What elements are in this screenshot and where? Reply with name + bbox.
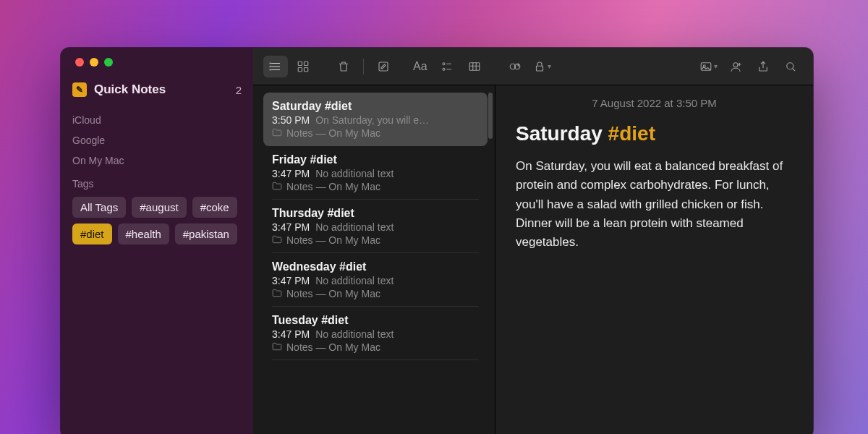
collaborate-button[interactable] [723,56,748,77]
sidebar-location-item[interactable]: Google [72,130,242,150]
svg-point-13 [443,68,445,70]
checklist-button[interactable] [435,56,459,77]
delete-button[interactable] [331,56,356,77]
tag-pill[interactable]: All Tags [72,197,126,218]
svg-point-5 [270,69,271,70]
note-item-subtitle: 3:47 PMNo additional text [272,275,479,286]
quick-notes-label: Quick Notes [94,82,166,97]
svg-rect-8 [298,67,302,71]
new-note-button[interactable] [371,56,396,77]
table-button[interactable] [462,56,487,77]
close-window-button[interactable] [75,58,84,67]
folder-icon [272,288,282,299]
search-button[interactable] [778,56,803,77]
quick-notes-row[interactable]: ✎ Quick Notes 2 [72,82,242,97]
svg-rect-6 [298,61,302,65]
media-button[interactable]: ▾ [696,56,720,77]
list-view-button[interactable] [263,56,288,77]
desktop-wallpaper: ✎ Quick Notes 2 iCloudGoogleOn My Mac Ta… [0,0,868,434]
svg-point-26 [733,62,738,67]
note-detail: 7 August 2022 at 3:50 PM Saturday #diet … [495,85,813,434]
svg-line-30 [793,68,795,70]
note-list-item[interactable]: Saturday #diet3:50 PMOn Saturday, you wi… [263,93,488,146]
chevron-down-icon: ▾ [548,62,551,70]
svg-point-29 [787,62,793,69]
note-item-title: Wednesday #diet [272,260,479,273]
note-item-location: Notes — On My Mac [272,181,479,192]
share-button[interactable] [751,56,775,77]
tag-pill[interactable]: #health [118,224,169,244]
main-area: Aa ▾ ▾ Saturday #diet3:50 PMOn Saturday,… [253,48,813,434]
svg-point-3 [270,63,271,64]
note-date: 7 August 2022 at 3:50 PM [516,97,793,109]
quick-notes-icon: ✎ [72,82,87,97]
note-body[interactable]: On Saturday, you will eat a balanced bre… [516,157,791,252]
tags-heading: Tags [72,178,242,190]
tag-pill[interactable]: #diet [72,224,112,244]
sidebar-location-item[interactable]: iCloud [72,110,242,130]
folder-icon [272,127,282,139]
svg-rect-9 [305,67,308,71]
fullscreen-window-button[interactable] [104,58,113,67]
note-item-title: Friday #diet [272,153,479,166]
grid-view-button[interactable] [291,56,315,77]
note-list-item[interactable]: Thursday #diet3:47 PMNo additional textN… [263,200,488,253]
svg-rect-7 [305,61,308,65]
scrollbar-thumb[interactable] [488,93,493,139]
note-list-item[interactable]: Wednesday #diet3:47 PMNo additional text… [263,253,488,307]
format-button[interactable]: Aa [409,56,432,77]
svg-rect-10 [379,62,388,71]
quick-notes-count: 2 [236,84,242,96]
svg-rect-15 [469,62,480,70]
toolbar-separator [363,59,364,75]
chevron-down-icon: ▾ [714,62,718,70]
window-controls [72,58,242,67]
note-list-item[interactable]: Tuesday #diet3:47 PMNo additional textNo… [263,307,488,360]
note-item-location: Notes — On My Mac [272,234,479,246]
notes-window: ✎ Quick Notes 2 iCloudGoogleOn My Mac Ta… [61,48,813,434]
note-item-subtitle: 3:50 PMOn Saturday, you will e… [272,114,479,126]
notes-list: Saturday #diet3:50 PMOn Saturday, you wi… [253,85,495,434]
tag-pill[interactable]: #august [132,197,186,218]
folder-icon [272,181,282,192]
note-title-hashtag: #diet [608,122,655,145]
note-item-title: Saturday #diet [272,100,479,113]
tag-pill[interactable]: #coke [192,197,237,218]
note-item-title: Thursday #diet [272,207,479,220]
note-item-subtitle: 3:47 PMNo additional text [272,221,479,233]
note-item-location: Notes — On My Mac [272,127,479,139]
note-list-item[interactable]: Friday #diet3:47 PMNo additional textNot… [263,146,488,200]
folder-icon [272,341,282,353]
link-button[interactable] [503,56,527,77]
note-item-location: Notes — On My Mac [272,288,479,299]
svg-point-11 [443,62,445,64]
lock-button[interactable]: ▾ [530,56,555,77]
note-item-title: Tuesday #diet [272,314,479,327]
note-item-location: Notes — On My Mac [272,341,479,353]
sidebar: ✎ Quick Notes 2 iCloudGoogleOn My Mac Ta… [61,48,253,434]
svg-point-4 [270,66,271,67]
minimize-window-button[interactable] [90,58,98,67]
folder-icon [272,234,282,246]
note-title: Saturday #diet [516,122,793,145]
tag-pill[interactable]: #pakistan [175,224,237,244]
toolbar: Aa ▾ ▾ [253,48,813,85]
note-title-text: Saturday [516,122,608,145]
sidebar-location-item[interactable]: On My Mac [72,150,242,171]
svg-rect-23 [537,66,543,71]
note-item-subtitle: 3:47 PMNo additional text [272,328,479,340]
note-item-subtitle: 3:47 PMNo additional text [272,168,479,179]
